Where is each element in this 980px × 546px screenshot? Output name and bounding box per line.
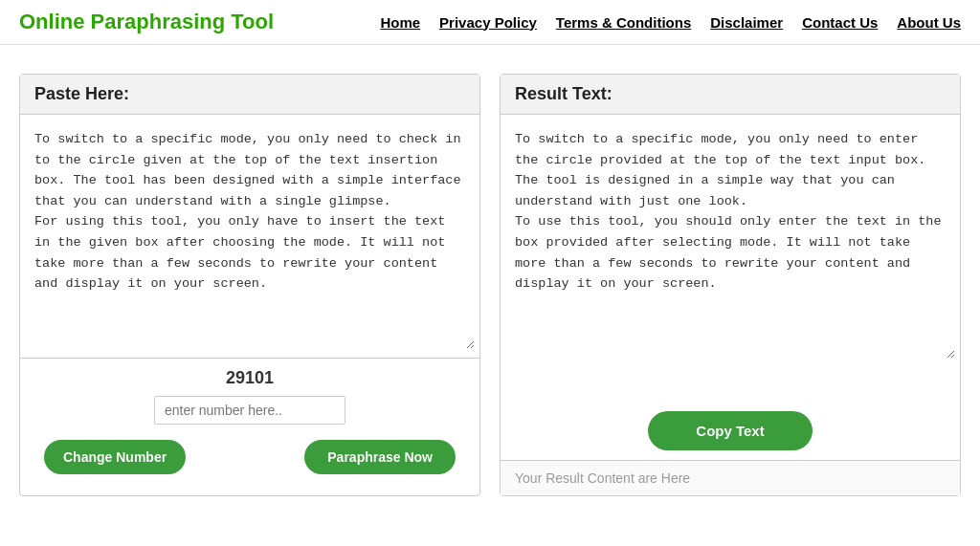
left-panel-header: Paste Here: (20, 75, 479, 115)
result-textarea[interactable] (505, 120, 955, 359)
paste-textarea[interactable] (25, 120, 475, 349)
button-row: Change Number Paraphrase Now (34, 432, 465, 486)
right-panel-title: Result Text: (515, 84, 612, 103)
header: Online Paraphrasing Tool HomePrivacy Pol… (0, 0, 980, 45)
paste-textarea-area (20, 115, 479, 358)
left-panel: Paste Here: 29101 Change Number Paraphra… (19, 74, 480, 496)
nav-link-home[interactable]: Home (380, 14, 420, 31)
copy-text-button[interactable]: Copy Text (648, 411, 812, 450)
change-number-button[interactable]: Change Number (44, 440, 186, 474)
paraphrase-now-button[interactable]: Paraphrase Now (304, 440, 456, 474)
main-content: Paste Here: 29101 Change Number Paraphra… (0, 45, 980, 525)
left-panel-title: Paste Here: (34, 84, 129, 103)
main-nav: HomePrivacy PolicyTerms & ConditionsDisc… (380, 14, 961, 31)
captcha-input[interactable] (154, 396, 345, 425)
result-footer: Your Result Content are Here (501, 460, 960, 495)
nav-link-privacy-policy[interactable]: Privacy Policy (439, 14, 537, 31)
nav-link-disclaimer[interactable]: Disclaimer (710, 14, 783, 31)
captcha-number: 29101 (226, 368, 274, 388)
nav-link-contact-us[interactable]: Contact Us (802, 14, 878, 31)
result-textarea-area (501, 115, 960, 402)
site-title: Online Paraphrasing Tool (19, 10, 274, 34)
captcha-section: 29101 Change Number Paraphrase Now (20, 358, 479, 495)
nav-link-terms-conditions[interactable]: Terms & Conditions (556, 14, 691, 31)
nav-link-about-us[interactable]: About Us (897, 14, 961, 31)
right-panel-header: Result Text: (501, 75, 960, 115)
right-panel: Result Text: Copy Text Your Result Conte… (500, 74, 961, 496)
copy-btn-row: Copy Text (501, 402, 960, 460)
